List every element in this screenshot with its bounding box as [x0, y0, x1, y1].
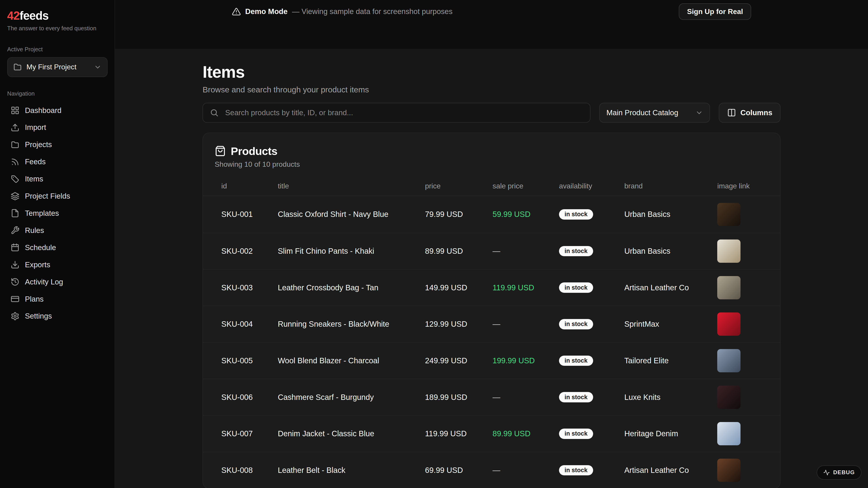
availability-badge: in stock	[559, 246, 593, 256]
availability-badge: in stock	[559, 356, 593, 366]
cell-title: Slim Fit Chino Pants - Khaki	[271, 247, 418, 256]
table-row[interactable]: SKU-003 Leather Crossbody Bag - Tan 149.…	[203, 269, 780, 306]
product-thumbnail[interactable]	[717, 239, 741, 263]
columns-button[interactable]: Columns	[719, 103, 780, 123]
sidebar-item-label: Projects	[25, 140, 52, 149]
products-card-header: Products Showing 10 of 10 products	[203, 145, 780, 168]
sidebar-item-label: Schedule	[25, 243, 56, 252]
column-header: id	[215, 182, 271, 190]
sidebar-item-exports[interactable]: Exports	[7, 256, 107, 273]
cell-sale-price: —	[486, 466, 553, 475]
gear-icon	[11, 312, 20, 321]
sidebar-item-projects[interactable]: Projects	[7, 136, 107, 153]
cell-price: 119.99 USD	[418, 429, 486, 438]
sidebar-item-project-fields[interactable]: Project Fields	[7, 188, 107, 205]
sidebar-item-feeds[interactable]: Feeds	[7, 153, 107, 170]
folder-icon	[11, 140, 20, 149]
sidebar-item-items[interactable]: Items	[7, 170, 107, 188]
sidebar-item-templates[interactable]: Templates	[7, 205, 107, 222]
logo-accent: 42	[7, 9, 20, 22]
cell-availability: in stock	[553, 209, 618, 220]
product-thumbnail[interactable]	[717, 313, 741, 336]
cell-image-link	[711, 459, 769, 482]
cell-availability: in stock	[553, 465, 618, 476]
cell-id: SKU-004	[215, 320, 271, 328]
column-header: sale price	[486, 182, 553, 190]
cell-title: Classic Oxford Shirt - Navy Blue	[271, 210, 418, 219]
column-header: price	[418, 182, 486, 190]
calendar-icon	[11, 243, 20, 252]
column-header: image link	[711, 182, 769, 190]
sidebar-item-dashboard[interactable]: Dashboard	[7, 102, 107, 119]
sidebar-item-label: Plans	[25, 295, 43, 303]
columns-icon	[727, 108, 736, 117]
credit-card-icon	[11, 295, 20, 303]
sidebar-item-label: Project Fields	[25, 192, 70, 200]
sidebar-item-schedule[interactable]: Schedule	[7, 239, 107, 256]
app-logo[interactable]: 42feeds	[7, 9, 107, 22]
demo-mode-message: — Viewing sample data for screenshot pur…	[292, 7, 453, 16]
sidebar-item-settings[interactable]: Settings	[7, 307, 107, 325]
cell-brand: Luxe Knits	[618, 393, 711, 402]
cell-availability: in stock	[553, 356, 618, 366]
demo-mode-label: Demo Mode	[245, 7, 287, 16]
table-row[interactable]: SKU-008 Leather Belt - Black 69.99 USD —…	[203, 452, 780, 488]
sidebar-item-label: Items	[25, 175, 43, 183]
columns-button-label: Columns	[740, 108, 772, 117]
product-thumbnail[interactable]	[717, 203, 741, 226]
upload-icon	[11, 123, 20, 132]
table-row[interactable]: SKU-006 Cashmere Scarf - Burgundy 189.99…	[203, 379, 780, 415]
cell-sale-price: 119.99 USD	[486, 283, 553, 292]
column-header: brand	[618, 182, 711, 190]
folder-icon	[13, 63, 22, 71]
app-root: 42feeds The answer to every feed questio…	[0, 0, 868, 488]
wrench-icon	[11, 226, 20, 235]
table-row[interactable]: SKU-005 Wool Blend Blazer - Charcoal 249…	[203, 342, 780, 379]
cell-title: Leather Belt - Black	[271, 466, 418, 475]
app-tagline: The answer to every feed question	[7, 25, 107, 32]
product-thumbnail[interactable]	[717, 276, 741, 299]
warning-icon	[232, 7, 241, 16]
cell-image-link	[711, 386, 769, 409]
cell-id: SKU-008	[215, 466, 271, 475]
cell-image-link	[711, 349, 769, 372]
logo-rest: feeds	[20, 9, 49, 22]
table-row[interactable]: SKU-001 Classic Oxford Shirt - Navy Blue…	[203, 196, 780, 233]
cell-brand: SprintMax	[618, 320, 711, 328]
cell-id: SKU-001	[215, 210, 271, 219]
activity-icon	[823, 469, 830, 476]
sidebar-nav: Dashboard Import Projects Feeds Items Pr…	[7, 102, 107, 325]
product-thumbnail[interactable]	[717, 386, 741, 409]
availability-badge: in stock	[559, 283, 593, 293]
sidebar-item-label: Templates	[25, 209, 59, 218]
product-thumbnail[interactable]	[717, 422, 741, 445]
sign-up-button[interactable]: Sign Up for Real	[679, 3, 751, 20]
cell-brand: Urban Basics	[618, 210, 711, 219]
top-bar: Demo Mode — Viewing sample data for scre…	[115, 0, 868, 49]
navigation-label: Navigation	[7, 90, 107, 97]
sidebar-item-label: Dashboard	[25, 106, 61, 115]
sidebar-item-label: Rules	[25, 226, 44, 235]
cell-id: SKU-003	[215, 283, 271, 292]
sidebar-item-import[interactable]: Import	[7, 119, 107, 136]
search-icon	[210, 108, 219, 117]
sidebar-item-label: Feeds	[25, 158, 46, 166]
cell-id: SKU-002	[215, 247, 271, 256]
active-project-label: Active Project	[7, 46, 107, 53]
product-thumbnail[interactable]	[717, 349, 741, 372]
availability-badge: in stock	[559, 429, 593, 439]
cell-brand: Tailored Elite	[618, 356, 711, 365]
products-title-row: Products	[215, 145, 769, 158]
debug-button[interactable]: DEBUG	[817, 465, 862, 480]
table-row[interactable]: SKU-002 Slim Fit Chino Pants - Khaki 89.…	[203, 233, 780, 269]
sidebar-item-plans[interactable]: Plans	[7, 291, 107, 308]
catalog-select[interactable]: Main Product Catalog	[599, 103, 710, 123]
sidebar-item-rules[interactable]: Rules	[7, 222, 107, 239]
table-row[interactable]: SKU-004 Running Sneakers - Black/White 1…	[203, 306, 780, 342]
product-thumbnail[interactable]	[717, 459, 741, 482]
table-row[interactable]: SKU-007 Denim Jacket - Classic Blue 119.…	[203, 415, 780, 452]
sidebar-item-activity-log[interactable]: Activity Log	[7, 273, 107, 291]
download-icon	[11, 260, 20, 269]
project-selector[interactable]: My First Project	[7, 57, 107, 77]
search-input[interactable]	[224, 108, 583, 118]
